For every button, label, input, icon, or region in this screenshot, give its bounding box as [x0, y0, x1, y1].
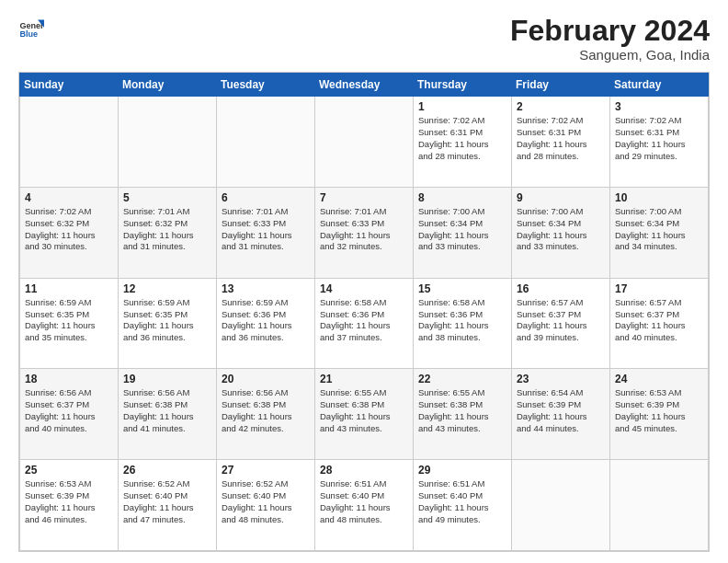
- weekday-header-cell: Saturday: [610, 74, 709, 97]
- calendar-cell: 7Sunrise: 7:01 AM Sunset: 6:33 PM Daylig…: [315, 187, 414, 278]
- day-number: 27: [222, 464, 310, 477]
- calendar-cell: 3Sunrise: 7:02 AM Sunset: 6:31 PM Daylig…: [610, 97, 709, 188]
- calendar-cell: [217, 97, 315, 188]
- weekday-header: SundayMondayTuesdayWednesdayThursdayFrid…: [20, 74, 709, 97]
- weekday-header-cell: Sunday: [20, 74, 119, 97]
- day-info: Sunrise: 7:01 AM Sunset: 6:33 PM Dayligh…: [320, 206, 408, 253]
- day-info: Sunrise: 7:02 AM Sunset: 6:32 PM Dayligh…: [25, 206, 113, 253]
- calendar-cell: 19Sunrise: 6:56 AM Sunset: 6:38 PM Dayli…: [119, 369, 217, 460]
- calendar-cell: 9Sunrise: 7:00 AM Sunset: 6:34 PM Daylig…: [512, 187, 610, 278]
- day-info: Sunrise: 6:59 AM Sunset: 6:35 PM Dayligh…: [123, 297, 211, 344]
- calendar-cell: 1Sunrise: 7:02 AM Sunset: 6:31 PM Daylig…: [414, 97, 512, 188]
- day-info: Sunrise: 7:00 AM Sunset: 6:34 PM Dayligh…: [615, 206, 703, 253]
- weekday-header-cell: Thursday: [414, 74, 512, 97]
- day-info: Sunrise: 6:57 AM Sunset: 6:37 PM Dayligh…: [615, 297, 703, 344]
- day-number: 28: [320, 464, 408, 477]
- logo: General Blue: [18, 15, 44, 40]
- day-number: 9: [517, 191, 605, 204]
- calendar-cell: 6Sunrise: 7:01 AM Sunset: 6:33 PM Daylig…: [217, 187, 315, 278]
- day-number: 2: [517, 100, 605, 113]
- day-number: 18: [25, 373, 113, 385]
- day-info: Sunrise: 6:53 AM Sunset: 6:39 PM Dayligh…: [615, 387, 703, 434]
- day-number: 12: [123, 282, 211, 295]
- calendar-body: 1Sunrise: 7:02 AM Sunset: 6:31 PM Daylig…: [20, 97, 709, 551]
- calendar-week-row: 1Sunrise: 7:02 AM Sunset: 6:31 PM Daylig…: [20, 97, 709, 188]
- day-info: Sunrise: 7:00 AM Sunset: 6:34 PM Dayligh…: [517, 206, 605, 253]
- day-info: Sunrise: 6:59 AM Sunset: 6:36 PM Dayligh…: [222, 297, 310, 344]
- calendar-cell: 20Sunrise: 6:56 AM Sunset: 6:38 PM Dayli…: [217, 369, 315, 460]
- day-info: Sunrise: 7:02 AM Sunset: 6:31 PM Dayligh…: [615, 115, 703, 162]
- day-info: Sunrise: 6:51 AM Sunset: 6:40 PM Dayligh…: [418, 478, 506, 525]
- weekday-header-cell: Monday: [119, 74, 217, 97]
- logo-icon: General Blue: [18, 15, 44, 40]
- calendar-cell: 21Sunrise: 6:55 AM Sunset: 6:38 PM Dayli…: [315, 369, 414, 460]
- day-number: 16: [517, 282, 605, 295]
- calendar-cell: 4Sunrise: 7:02 AM Sunset: 6:32 PM Daylig…: [20, 187, 119, 278]
- day-number: 24: [615, 373, 703, 385]
- day-info: Sunrise: 6:51 AM Sunset: 6:40 PM Dayligh…: [320, 478, 408, 525]
- page: General Blue February 2024 Sanguem, Goa,…: [0, 0, 728, 563]
- day-number: 7: [320, 191, 408, 204]
- day-info: Sunrise: 7:01 AM Sunset: 6:33 PM Dayligh…: [222, 206, 310, 253]
- day-number: 23: [517, 373, 605, 385]
- calendar-cell: [610, 460, 709, 551]
- day-number: 25: [25, 464, 113, 477]
- calendar-cell: 2Sunrise: 7:02 AM Sunset: 6:31 PM Daylig…: [512, 97, 610, 188]
- day-info: Sunrise: 6:56 AM Sunset: 6:38 PM Dayligh…: [222, 387, 310, 434]
- calendar-cell: 5Sunrise: 7:01 AM Sunset: 6:32 PM Daylig…: [119, 187, 217, 278]
- calendar-cell: 14Sunrise: 6:58 AM Sunset: 6:36 PM Dayli…: [315, 278, 414, 369]
- title-block: February 2024 Sanguem, Goa, India: [510, 15, 710, 63]
- calendar-cell: 16Sunrise: 6:57 AM Sunset: 6:37 PM Dayli…: [512, 278, 610, 369]
- day-number: 21: [320, 373, 408, 385]
- day-number: 19: [123, 373, 211, 385]
- calendar-cell: 13Sunrise: 6:59 AM Sunset: 6:36 PM Dayli…: [217, 278, 315, 369]
- calendar-cell: 29Sunrise: 6:51 AM Sunset: 6:40 PM Dayli…: [414, 460, 512, 551]
- day-info: Sunrise: 6:57 AM Sunset: 6:37 PM Dayligh…: [517, 297, 605, 344]
- calendar-cell: 12Sunrise: 6:59 AM Sunset: 6:35 PM Dayli…: [119, 278, 217, 369]
- day-number: 20: [222, 373, 310, 385]
- day-info: Sunrise: 6:54 AM Sunset: 6:39 PM Dayligh…: [517, 387, 605, 434]
- day-number: 29: [418, 464, 506, 477]
- weekday-header-cell: Wednesday: [315, 74, 414, 97]
- calendar-cell: 28Sunrise: 6:51 AM Sunset: 6:40 PM Dayli…: [315, 460, 414, 551]
- calendar-week-row: 18Sunrise: 6:56 AM Sunset: 6:37 PM Dayli…: [20, 369, 709, 460]
- calendar-cell: [512, 460, 610, 551]
- calendar-cell: 27Sunrise: 6:52 AM Sunset: 6:40 PM Dayli…: [217, 460, 315, 551]
- calendar-cell: 11Sunrise: 6:59 AM Sunset: 6:35 PM Dayli…: [20, 278, 119, 369]
- calendar-cell: [119, 97, 217, 188]
- calendar-cell: 26Sunrise: 6:52 AM Sunset: 6:40 PM Dayli…: [119, 460, 217, 551]
- day-info: Sunrise: 6:58 AM Sunset: 6:36 PM Dayligh…: [418, 297, 506, 344]
- day-number: 6: [222, 191, 310, 204]
- calendar-cell: 17Sunrise: 6:57 AM Sunset: 6:37 PM Dayli…: [610, 278, 709, 369]
- day-info: Sunrise: 6:52 AM Sunset: 6:40 PM Dayligh…: [222, 478, 310, 525]
- day-info: Sunrise: 6:55 AM Sunset: 6:38 PM Dayligh…: [320, 387, 408, 434]
- calendar-cell: 10Sunrise: 7:00 AM Sunset: 6:34 PM Dayli…: [610, 187, 709, 278]
- calendar-cell: 23Sunrise: 6:54 AM Sunset: 6:39 PM Dayli…: [512, 369, 610, 460]
- calendar-cell: 18Sunrise: 6:56 AM Sunset: 6:37 PM Dayli…: [20, 369, 119, 460]
- weekday-header-cell: Tuesday: [217, 74, 315, 97]
- day-info: Sunrise: 6:56 AM Sunset: 6:37 PM Dayligh…: [25, 387, 113, 434]
- calendar-cell: [20, 97, 119, 188]
- calendar-cell: [315, 97, 414, 188]
- day-info: Sunrise: 7:00 AM Sunset: 6:34 PM Dayligh…: [418, 206, 506, 253]
- calendar-week-row: 11Sunrise: 6:59 AM Sunset: 6:35 PM Dayli…: [20, 278, 709, 369]
- day-number: 5: [123, 191, 211, 204]
- calendar-cell: 24Sunrise: 6:53 AM Sunset: 6:39 PM Dayli…: [610, 369, 709, 460]
- day-number: 4: [25, 191, 113, 204]
- day-number: 8: [418, 191, 506, 204]
- calendar-cell: 8Sunrise: 7:00 AM Sunset: 6:34 PM Daylig…: [414, 187, 512, 278]
- day-number: 13: [222, 282, 310, 295]
- svg-text:Blue: Blue: [19, 29, 38, 39]
- calendar-cell: 22Sunrise: 6:55 AM Sunset: 6:38 PM Dayli…: [414, 369, 512, 460]
- day-number: 15: [418, 282, 506, 295]
- day-info: Sunrise: 7:01 AM Sunset: 6:32 PM Dayligh…: [123, 206, 211, 253]
- day-number: 11: [25, 282, 113, 295]
- day-number: 10: [615, 191, 703, 204]
- day-number: 14: [320, 282, 408, 295]
- day-number: 3: [615, 100, 703, 113]
- main-title: February 2024: [510, 15, 710, 47]
- day-number: 22: [418, 373, 506, 385]
- day-info: Sunrise: 6:55 AM Sunset: 6:38 PM Dayligh…: [418, 387, 506, 434]
- day-info: Sunrise: 7:02 AM Sunset: 6:31 PM Dayligh…: [517, 115, 605, 162]
- day-info: Sunrise: 6:53 AM Sunset: 6:39 PM Dayligh…: [25, 478, 113, 525]
